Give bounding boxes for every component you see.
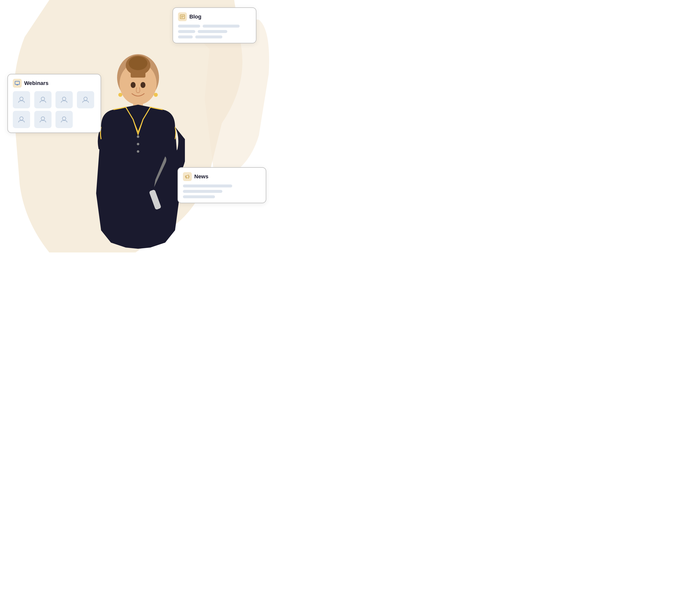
- news-line: [183, 190, 222, 193]
- svg-point-29: [129, 56, 147, 70]
- svg-point-9: [63, 97, 66, 101]
- news-icon: [183, 172, 192, 181]
- blog-card-title: Blog: [189, 14, 201, 20]
- blog-card: Blog: [173, 7, 256, 43]
- webinars-card-title: Webinars: [24, 80, 48, 87]
- svg-point-23: [137, 150, 139, 153]
- blog-icon: [178, 12, 187, 21]
- blog-line: [198, 30, 227, 33]
- news-line: [183, 195, 215, 198]
- svg-rect-19: [131, 70, 145, 78]
- news-card-header: News: [183, 172, 261, 181]
- webinars-card: Webinars: [7, 74, 101, 133]
- svg-rect-4: [15, 81, 19, 85]
- blog-line: [178, 25, 200, 28]
- avatar-cell: [13, 111, 30, 128]
- webinars-card-header: Webinars: [13, 79, 96, 88]
- news-line: [183, 184, 232, 187]
- avatar-cell: [34, 111, 51, 128]
- svg-point-14: [189, 176, 190, 177]
- svg-point-8: [41, 97, 44, 101]
- webinars-grid: [13, 91, 96, 128]
- avatar-cell: [55, 111, 73, 128]
- svg-point-28: [154, 93, 158, 97]
- avatar-cell: [13, 91, 30, 108]
- avatar-cell: [55, 91, 73, 108]
- blog-line: [195, 35, 222, 38]
- svg-point-11: [20, 117, 23, 120]
- main-scene: Blog: [0, 0, 276, 253]
- blog-content-lines: [178, 25, 251, 38]
- news-card: News: [178, 167, 266, 203]
- svg-point-12: [41, 117, 44, 120]
- svg-point-10: [84, 97, 87, 101]
- blog-line: [178, 35, 193, 38]
- svg-point-25: [131, 82, 136, 88]
- svg-point-27: [118, 93, 122, 97]
- svg-point-15: [189, 177, 190, 178]
- news-content-lines: [183, 184, 261, 198]
- svg-point-21: [137, 136, 139, 138]
- blog-line: [178, 30, 195, 33]
- webinars-icon: [13, 79, 22, 88]
- svg-point-7: [20, 97, 23, 101]
- news-card-title: News: [194, 173, 208, 180]
- avatar-cell: [34, 91, 51, 108]
- svg-point-26: [140, 82, 145, 88]
- svg-point-22: [137, 143, 139, 145]
- svg-point-13: [63, 117, 66, 120]
- blog-card-header: Blog: [178, 12, 251, 21]
- avatar-cell: [77, 91, 94, 108]
- blog-line: [203, 25, 240, 28]
